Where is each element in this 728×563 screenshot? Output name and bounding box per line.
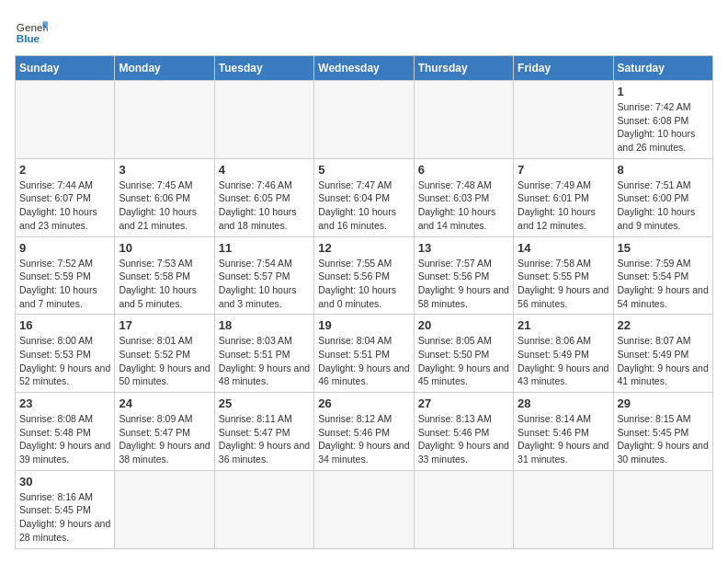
day-info: Sunrise: 8:13 AM Sunset: 5:46 PM Dayligh… <box>418 412 509 466</box>
day-number: 13 <box>418 241 509 255</box>
calendar-cell: 22Sunrise: 8:07 AM Sunset: 5:49 PM Dayli… <box>613 315 712 393</box>
calendar-cell <box>115 470 214 548</box>
day-info: Sunrise: 7:44 AM Sunset: 6:07 PM Dayligh… <box>19 178 110 233</box>
calendar-cell: 20Sunrise: 8:05 AM Sunset: 5:50 PM Dayli… <box>414 315 513 393</box>
logo-icon: General Blue <box>15 15 48 48</box>
day-number: 12 <box>318 241 409 255</box>
calendar-cell: 19Sunrise: 8:04 AM Sunset: 5:51 PM Dayli… <box>314 315 414 393</box>
day-info: Sunrise: 7:59 AM Sunset: 5:54 PM Dayligh… <box>618 257 709 311</box>
day-number: 15 <box>618 241 709 255</box>
day-info: Sunrise: 8:01 AM Sunset: 5:52 PM Dayligh… <box>119 334 210 388</box>
day-info: Sunrise: 7:42 AM Sunset: 6:08 PM Dayligh… <box>618 100 709 155</box>
day-number: 24 <box>119 396 210 410</box>
day-info: Sunrise: 7:54 AM Sunset: 5:57 PM Dayligh… <box>219 257 310 311</box>
calendar-week-row: 30Sunrise: 8:16 AM Sunset: 5:45 PM Dayli… <box>16 470 713 548</box>
page-header: General Blue <box>15 15 713 48</box>
calendar-cell <box>115 81 214 159</box>
day-number: 7 <box>518 163 609 177</box>
day-info: Sunrise: 8:03 AM Sunset: 5:51 PM Dayligh… <box>219 334 310 388</box>
calendar-cell: 4Sunrise: 7:46 AM Sunset: 6:05 PM Daylig… <box>214 158 313 236</box>
calendar-cell: 12Sunrise: 7:55 AM Sunset: 5:56 PM Dayli… <box>314 236 414 315</box>
day-info: Sunrise: 8:14 AM Sunset: 5:46 PM Dayligh… <box>518 412 609 466</box>
day-info: Sunrise: 7:55 AM Sunset: 5:56 PM Dayligh… <box>318 257 409 311</box>
weekday-header-friday: Friday <box>514 56 613 81</box>
calendar-cell: 6Sunrise: 7:48 AM Sunset: 6:03 PM Daylig… <box>414 158 513 236</box>
day-info: Sunrise: 8:12 AM Sunset: 5:46 PM Dayligh… <box>318 412 409 466</box>
calendar-cell: 11Sunrise: 7:54 AM Sunset: 5:57 PM Dayli… <box>214 236 313 315</box>
day-info: Sunrise: 8:16 AM Sunset: 5:45 PM Dayligh… <box>19 490 110 545</box>
day-info: Sunrise: 8:11 AM Sunset: 5:47 PM Dayligh… <box>219 412 310 466</box>
day-number: 22 <box>618 318 709 332</box>
weekday-header-saturday: Saturday <box>613 56 712 81</box>
calendar-week-row: 2Sunrise: 7:44 AM Sunset: 6:07 PM Daylig… <box>16 158 713 236</box>
weekday-header-monday: Monday <box>115 56 214 81</box>
day-info: Sunrise: 7:47 AM Sunset: 6:04 PM Dayligh… <box>318 178 409 233</box>
day-number: 25 <box>219 396 310 410</box>
day-number: 5 <box>318 163 409 177</box>
day-number: 23 <box>19 396 110 410</box>
day-info: Sunrise: 7:46 AM Sunset: 6:05 PM Dayligh… <box>219 178 310 233</box>
day-info: Sunrise: 7:45 AM Sunset: 6:06 PM Dayligh… <box>119 178 210 233</box>
calendar-cell: 30Sunrise: 8:16 AM Sunset: 5:45 PM Dayli… <box>16 470 115 548</box>
day-number: 11 <box>219 241 310 255</box>
day-info: Sunrise: 7:53 AM Sunset: 5:58 PM Dayligh… <box>119 257 210 311</box>
day-number: 30 <box>19 475 110 488</box>
calendar-week-row: 1Sunrise: 7:42 AM Sunset: 6:08 PM Daylig… <box>16 81 713 159</box>
day-info: Sunrise: 8:00 AM Sunset: 5:53 PM Dayligh… <box>19 334 110 388</box>
day-number: 6 <box>418 163 509 177</box>
day-info: Sunrise: 8:09 AM Sunset: 5:47 PM Dayligh… <box>119 412 210 466</box>
calendar-cell <box>214 470 313 548</box>
calendar-cell <box>414 470 513 548</box>
calendar-cell: 15Sunrise: 7:59 AM Sunset: 5:54 PM Dayli… <box>613 236 712 315</box>
day-number: 2 <box>19 163 110 177</box>
calendar-cell <box>613 470 712 548</box>
calendar-cell: 10Sunrise: 7:53 AM Sunset: 5:58 PM Dayli… <box>115 236 214 315</box>
day-info: Sunrise: 8:04 AM Sunset: 5:51 PM Dayligh… <box>318 334 409 388</box>
day-number: 27 <box>418 396 509 410</box>
calendar-cell: 17Sunrise: 8:01 AM Sunset: 5:52 PM Dayli… <box>115 315 214 393</box>
day-info: Sunrise: 7:48 AM Sunset: 6:03 PM Dayligh… <box>418 178 509 233</box>
day-number: 19 <box>318 318 409 332</box>
calendar-cell <box>314 81 414 159</box>
day-info: Sunrise: 7:51 AM Sunset: 6:00 PM Dayligh… <box>618 178 709 233</box>
day-info: Sunrise: 7:57 AM Sunset: 5:56 PM Dayligh… <box>418 257 509 311</box>
day-info: Sunrise: 8:15 AM Sunset: 5:45 PM Dayligh… <box>618 412 709 466</box>
day-number: 21 <box>518 318 609 332</box>
day-number: 16 <box>19 318 110 332</box>
calendar-cell <box>414 81 513 159</box>
day-number: 18 <box>219 318 310 332</box>
calendar-cell <box>514 470 613 548</box>
calendar-table: SundayMondayTuesdayWednesdayThursdayFrid… <box>15 55 713 549</box>
day-number: 29 <box>618 396 709 410</box>
weekday-header-thursday: Thursday <box>414 56 513 81</box>
calendar-cell: 27Sunrise: 8:13 AM Sunset: 5:46 PM Dayli… <box>414 393 513 471</box>
calendar-cell: 7Sunrise: 7:49 AM Sunset: 6:01 PM Daylig… <box>514 158 613 236</box>
calendar-cell: 23Sunrise: 8:08 AM Sunset: 5:48 PM Dayli… <box>16 393 115 471</box>
day-number: 1 <box>618 85 709 98</box>
calendar-cell <box>514 81 613 159</box>
calendar-week-row: 9Sunrise: 7:52 AM Sunset: 5:59 PM Daylig… <box>16 236 713 315</box>
calendar-cell: 8Sunrise: 7:51 AM Sunset: 6:00 PM Daylig… <box>613 158 712 236</box>
calendar-cell: 28Sunrise: 8:14 AM Sunset: 5:46 PM Dayli… <box>514 393 613 471</box>
day-number: 26 <box>318 396 409 410</box>
day-info: Sunrise: 7:49 AM Sunset: 6:01 PM Dayligh… <box>518 178 609 233</box>
day-number: 9 <box>19 241 110 255</box>
calendar-week-row: 23Sunrise: 8:08 AM Sunset: 5:48 PM Dayli… <box>16 393 713 471</box>
calendar-cell <box>16 81 115 159</box>
calendar-cell: 24Sunrise: 8:09 AM Sunset: 5:47 PM Dayli… <box>115 393 214 471</box>
day-number: 14 <box>518 241 609 255</box>
calendar-cell <box>214 81 313 159</box>
calendar-cell: 1Sunrise: 7:42 AM Sunset: 6:08 PM Daylig… <box>613 81 712 159</box>
calendar-cell: 21Sunrise: 8:06 AM Sunset: 5:49 PM Dayli… <box>514 315 613 393</box>
svg-text:Blue: Blue <box>17 32 40 44</box>
calendar-cell: 5Sunrise: 7:47 AM Sunset: 6:04 PM Daylig… <box>314 158 414 236</box>
calendar-cell: 25Sunrise: 8:11 AM Sunset: 5:47 PM Dayli… <box>214 393 313 471</box>
weekday-header-wednesday: Wednesday <box>314 56 414 81</box>
calendar-cell: 14Sunrise: 7:58 AM Sunset: 5:55 PM Dayli… <box>514 236 613 315</box>
day-number: 8 <box>618 163 709 177</box>
calendar-cell: 29Sunrise: 8:15 AM Sunset: 5:45 PM Dayli… <box>613 393 712 471</box>
day-number: 4 <box>219 163 310 177</box>
calendar-cell: 26Sunrise: 8:12 AM Sunset: 5:46 PM Dayli… <box>314 393 414 471</box>
day-info: Sunrise: 8:05 AM Sunset: 5:50 PM Dayligh… <box>418 334 509 388</box>
logo: General Blue <box>15 15 48 48</box>
